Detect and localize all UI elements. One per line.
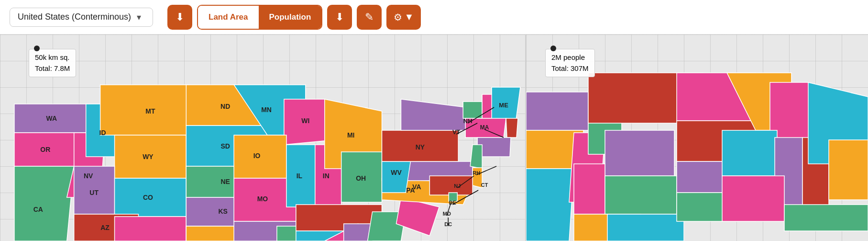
svg-marker-10 <box>115 217 187 241</box>
svg-text:OH: OH <box>356 174 366 182</box>
svg-marker-95 <box>526 169 574 241</box>
svg-text:MN: MN <box>261 106 272 114</box>
tab-population[interactable]: Population <box>259 6 322 29</box>
svg-text:MI: MI <box>347 131 355 139</box>
chevron-down-icon: ▾ <box>137 12 141 23</box>
svg-text:ME: ME <box>499 102 508 109</box>
map-panel-population[interactable]: 2M people Total: 307M <box>526 34 868 241</box>
download-button-2[interactable]: ⬇ <box>327 5 352 30</box>
svg-text:KS: KS <box>218 207 227 215</box>
svg-text:SD: SD <box>220 142 230 150</box>
svg-text:MD: MD <box>443 211 451 217</box>
svg-text:WA: WA <box>46 115 57 122</box>
svg-marker-100 <box>574 164 605 214</box>
svg-marker-103 <box>607 214 684 241</box>
svg-text:IN: IN <box>323 172 330 180</box>
svg-text:WI: WI <box>301 117 309 125</box>
settings-chevron-icon: ▼ <box>404 11 414 23</box>
region-selector[interactable]: United States (Conterminous) ▾ <box>10 8 153 27</box>
settings-button[interactable]: ⚙ ▼ <box>386 5 421 30</box>
svg-text:AZ: AZ <box>100 224 110 231</box>
svg-marker-43 <box>506 118 518 138</box>
us-map-svg-right <box>526 34 868 241</box>
download-icon-2: ⬇ <box>335 11 344 23</box>
svg-marker-110 <box>722 130 777 176</box>
svg-text:MT: MT <box>145 107 155 115</box>
svg-text:ID: ID <box>99 129 106 137</box>
edit-icon: ✎ <box>365 11 374 23</box>
svg-text:VT: VT <box>452 128 461 136</box>
svg-text:CO: CO <box>143 194 153 201</box>
svg-text:OR: OR <box>40 146 50 153</box>
svg-text:WV: WV <box>391 169 402 176</box>
map-panel-land-area[interactable]: 50k km sq. Total: 7.8M <box>0 34 526 241</box>
svg-text:ND: ND <box>220 103 230 110</box>
svg-marker-115 <box>722 176 784 221</box>
svg-text:WY: WY <box>143 153 154 161</box>
svg-marker-114 <box>829 140 868 200</box>
svg-text:NY: NY <box>416 143 425 151</box>
svg-text:IO: IO <box>253 152 261 160</box>
map-background-left: 50k km sq. Total: 7.8M <box>0 34 525 241</box>
edit-button[interactable]: ✎ <box>357 5 382 30</box>
svg-text:CA: CA <box>33 206 43 213</box>
svg-text:NV: NV <box>84 172 93 180</box>
svg-text:CT: CT <box>481 182 488 188</box>
svg-marker-45 <box>470 145 482 169</box>
svg-text:RH: RH <box>472 170 480 176</box>
svg-marker-116 <box>784 205 868 231</box>
map-container: 50k km sq. Total: 7.8M <box>0 34 868 241</box>
svg-marker-99 <box>605 130 674 176</box>
svg-marker-93 <box>526 92 588 130</box>
toolbar: United States (Conterminous) ▾ ⬇ Land Ar… <box>0 0 868 34</box>
svg-text:NE: NE <box>220 178 230 185</box>
gear-icon: ⚙ <box>394 11 402 23</box>
us-map-svg-left: WA OR CA NV ID MT WY UT CO AZ ND SD NE K… <box>0 34 525 241</box>
svg-marker-2 <box>14 166 74 241</box>
download-button-1[interactable]: ⬇ <box>167 5 192 30</box>
svg-text:VA: VA <box>412 183 421 191</box>
tab-land-area[interactable]: Land Area <box>198 6 259 29</box>
svg-text:MO: MO <box>257 195 268 203</box>
svg-marker-101 <box>605 176 677 214</box>
svg-text:IL: IL <box>297 172 303 180</box>
download-icon-1: ⬇ <box>176 11 184 23</box>
svg-text:UT: UT <box>89 189 99 196</box>
region-label: United States (Conterminous) <box>18 12 131 22</box>
svg-marker-47 <box>429 176 472 195</box>
svg-text:MA: MA <box>480 124 489 131</box>
map-background-right: 2M people Total: 307M <box>526 34 868 241</box>
tab-group: Land Area Population <box>197 5 322 30</box>
